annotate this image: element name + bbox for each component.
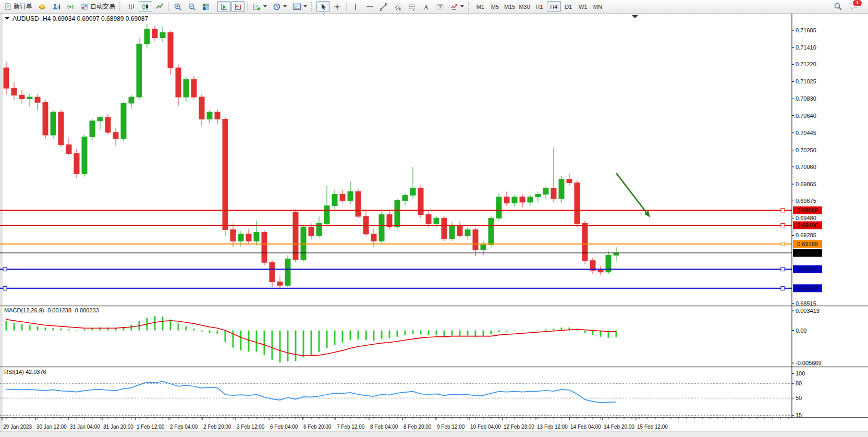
svg-text:0.69400: 0.69400 — [797, 222, 818, 228]
line-handle[interactable] — [781, 242, 785, 246]
search-icon[interactable] — [834, 2, 842, 11]
svg-text:10 Feb 04:00: 10 Feb 04:00 — [470, 424, 501, 430]
channel-button[interactable]: E — [391, 1, 405, 12]
vertical-line-icon — [351, 3, 360, 11]
crosshair-icon — [333, 3, 341, 11]
timeframe-M15[interactable]: M15 — [503, 1, 517, 12]
timeframe-group: M1M5M15M30H1H4D1W1MN — [473, 1, 605, 12]
chart-area[interactable]: 0.716050.714100.712200.710250.708300.706… — [0, 14, 868, 437]
signal-button[interactable] — [64, 1, 77, 12]
line-handle[interactable] — [781, 223, 785, 227]
rsi-label: RSI(14) 42.0376 — [4, 369, 46, 375]
indicators-icon — [252, 3, 261, 11]
new-order-label: 新订单 — [14, 2, 32, 11]
timeframe-MN[interactable]: MN — [591, 1, 605, 12]
svg-text:8 Feb 20:00: 8 Feb 20:00 — [404, 424, 432, 430]
line-handle[interactable] — [781, 286, 785, 290]
svg-text:2 Feb 20:00: 2 Feb 20:00 — [203, 424, 231, 430]
line-handle[interactable] — [3, 268, 7, 271]
timeframe-H4[interactable]: H4 — [547, 1, 561, 12]
svg-text:AUDUSD-,H4 0.69034 0.69097 0.: AUDUSD-,H4 0.69034 0.69097 0.68989 0.690… — [13, 15, 149, 22]
dropdown-caret-icon — [263, 5, 267, 8]
svg-text:0.71605: 0.71605 — [796, 27, 816, 33]
trendline-button[interactable] — [377, 1, 390, 12]
svg-text:15: 15 — [796, 412, 802, 418]
dropdown-caret-icon — [283, 5, 287, 8]
chart-title[interactable]: AUDUSD-,H4 0.69034 0.69097 0.68989 0.690… — [5, 15, 149, 22]
text-button[interactable]: A — [419, 1, 433, 12]
chart-shift-icon — [234, 3, 242, 11]
price-line-label-0.69087: 0.69087 — [793, 249, 822, 257]
notifications-button[interactable]: 1 — [849, 2, 858, 11]
vertical-line-button[interactable] — [349, 1, 362, 12]
indicators-button[interactable] — [250, 1, 270, 12]
svg-text:0.69569: 0.69569 — [797, 207, 818, 213]
svg-text:0.70640: 0.70640 — [796, 113, 816, 119]
svg-text:29 Jan 2023: 29 Jan 2023 — [3, 424, 32, 430]
toolbar-gripper[interactable] — [468, 2, 471, 11]
horizontal-line-button[interactable] — [363, 1, 376, 12]
svg-text:0.00: 0.00 — [796, 327, 806, 334]
notification-badge: 1 — [852, 0, 862, 7]
svg-text:0.69087: 0.69087 — [797, 250, 818, 256]
svg-text:6 Feb 04:00: 6 Feb 04:00 — [270, 424, 298, 430]
svg-text:0.71220: 0.71220 — [796, 61, 816, 67]
arrows-button[interactable] — [447, 1, 467, 12]
chart-shift-button[interactable] — [231, 1, 245, 12]
signal-icon — [66, 3, 75, 11]
line-handle[interactable] — [781, 209, 785, 212]
toolbar-separator — [247, 2, 248, 11]
line-handle[interactable] — [3, 286, 7, 290]
periods-button[interactable] — [270, 1, 289, 12]
svg-text:50: 50 — [796, 395, 802, 401]
fibonacci-button[interactable]: F — [405, 1, 419, 12]
timeframe-M1[interactable]: M1 — [473, 1, 487, 12]
market-watch-button[interactable] — [35, 1, 49, 12]
crosshair-button[interactable] — [331, 1, 344, 12]
text-label-button[interactable]: T — [433, 1, 447, 12]
timeframe-W1[interactable]: W1 — [576, 1, 590, 12]
zoom-in-button[interactable] — [171, 1, 185, 12]
line-handle[interactable] — [781, 268, 785, 271]
tile-windows-button[interactable] — [199, 1, 213, 12]
svg-text:9 Feb 12:00: 9 Feb 12:00 — [437, 424, 465, 430]
toolbar-gripper[interactable] — [119, 2, 122, 11]
auto-scroll-icon — [220, 3, 228, 11]
profiles-icon — [52, 3, 60, 11]
svg-text:0.69865: 0.69865 — [796, 181, 816, 187]
svg-text:6 Feb 20:00: 6 Feb 20:00 — [303, 424, 332, 430]
timeframe-M30[interactable]: M30 — [517, 1, 531, 12]
horizontal-line-icon — [365, 3, 374, 11]
templates-button[interactable] — [290, 1, 310, 12]
periods-icon — [273, 3, 281, 11]
line-chart-button[interactable] — [153, 1, 166, 12]
svg-text:F: F — [413, 8, 415, 11]
text-label-icon: T — [436, 3, 444, 11]
cursor-button[interactable] — [316, 1, 330, 12]
svg-text:31 Jan 20:00: 31 Jan 20:00 — [103, 424, 133, 430]
timeframe-D1[interactable]: D1 — [561, 1, 576, 12]
svg-text:31 Jan 04:00: 31 Jan 04:00 — [70, 424, 100, 430]
dropdown-caret-icon — [460, 5, 464, 8]
candlestick-chart-button[interactable] — [139, 1, 152, 12]
timeframe-M5[interactable]: M5 — [488, 1, 502, 12]
profiles-button[interactable] — [50, 1, 63, 12]
svg-text:100: 100 — [796, 370, 805, 377]
toolbar-separator — [215, 2, 215, 11]
bar-chart-button[interactable] — [125, 1, 138, 12]
zoom-out-button[interactable] — [185, 1, 199, 12]
candlestick-icon — [141, 3, 150, 11]
toolbar-right-group: 1 — [834, 2, 866, 11]
tile-windows-icon — [202, 3, 210, 11]
timeframe-H1[interactable]: H1 — [532, 1, 546, 12]
svg-text:0.71025: 0.71025 — [796, 78, 816, 84]
price-line-label-0.68903: 0.68903 — [793, 265, 822, 273]
main-toolbar: 新订单 自动交易 — [0, 0, 868, 14]
auto-scroll-button[interactable] — [217, 1, 231, 12]
new-order-button[interactable]: 新订单 — [2, 1, 35, 12]
dropdown-caret-icon — [303, 5, 307, 8]
toolbar-gripper[interactable] — [311, 2, 314, 11]
auto-trading-button[interactable]: 自动交易 — [78, 1, 118, 12]
svg-text:0.69480: 0.69480 — [796, 215, 816, 221]
svg-text:13 Feb 12:00: 13 Feb 12:00 — [537, 424, 568, 430]
